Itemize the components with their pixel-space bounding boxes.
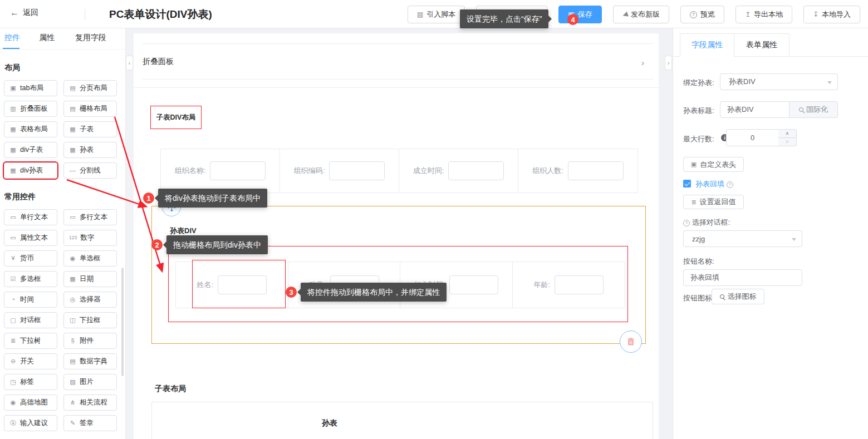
bind-grandtable-label: 绑定孙表: — [683, 78, 714, 88]
palette-item-pagination-layout[interactable]: ▤分页布局 — [63, 80, 117, 96]
org-code-input[interactable] — [329, 161, 385, 180]
set-return-value-label: 设置返回值 — [700, 197, 736, 207]
button-name-label: 按钮名称: — [683, 257, 714, 267]
form-field-cell: 成立时间: — [399, 149, 518, 193]
palette-item-grandtable[interactable]: ▦孙表 — [63, 142, 117, 158]
preview-icon: ? — [690, 11, 697, 18]
select-dialog-label: ? 选择对话框: — [683, 218, 730, 228]
i18n-button[interactable]: 国际化 — [789, 101, 838, 118]
table-layout-icon: ▦ — [9, 126, 17, 132]
palette-item-tag[interactable]: ◳标签 — [4, 374, 57, 390]
delete-button[interactable] — [620, 331, 642, 353]
preview-button[interactable]: ?预览 — [680, 6, 724, 23]
tab-attributes[interactable]: 属性 — [39, 33, 55, 43]
palette-item-input-suggest[interactable]: Ⓐ输入建议 — [4, 415, 57, 431]
palette-item-label: 多行文本 — [80, 213, 107, 222]
founded-time-input-label: 成立时间: — [413, 166, 444, 176]
palette-item-image[interactable]: ▨图片 — [63, 374, 117, 390]
save-button[interactable]: ▣保存 — [558, 6, 601, 23]
choose-icon-button[interactable]: 选择图标 — [712, 289, 764, 304]
button-name-input[interactable] — [683, 269, 802, 286]
join-time-input[interactable] — [449, 275, 498, 294]
palette-item-divider[interactable]: —分割线 — [63, 162, 117, 179]
back-arrow-icon: ← — [10, 8, 19, 18]
tooltip-text: 将div孙表拖动到子表布局中 — [165, 194, 261, 203]
palette-item-radio[interactable]: ◉单选框 — [63, 250, 117, 267]
help-icon: ? — [683, 220, 690, 226]
dropdown-icon: ◫ — [69, 317, 76, 323]
palette-item-tab-layout[interactable]: ▣tab布局 — [4, 80, 57, 96]
subtable-div-layout-label[interactable]: 子表DIV布局 — [150, 106, 202, 129]
multi-line-text-icon: ▭ — [69, 214, 76, 220]
form-field-cell: 组织人数: — [518, 149, 637, 193]
sidebar-collapse-handle[interactable]: ‹ — [126, 56, 133, 70]
name-input[interactable] — [218, 275, 267, 294]
palette-item-related-flow[interactable]: ⋔相关流程 — [63, 394, 117, 411]
palette-item-selector[interactable]: ◎选择器 — [63, 292, 117, 308]
palette-item-multi-line-text[interactable]: ▭多行文本 — [63, 209, 117, 225]
bind-grandtable-select[interactable]: 孙表DIV — [720, 73, 838, 90]
tab-form-properties[interactable]: 表单属性 — [734, 33, 789, 57]
palette-item-attr-text[interactable]: ▭属性文本 — [4, 230, 57, 246]
palette-item-data-dict[interactable]: ▤数据字典 — [63, 353, 117, 369]
org-name-input[interactable] — [210, 161, 266, 180]
save-button-label: 保存 — [578, 9, 592, 19]
subtable-layout-container[interactable] — [151, 402, 653, 439]
palette-item-dropdown-tree[interactable]: ≣下拉树 — [4, 333, 57, 349]
image-icon: ▨ — [69, 379, 76, 385]
palette-item-grid-layout[interactable]: ▤栅格布局 — [63, 101, 117, 117]
org-count-input[interactable] — [568, 161, 624, 180]
palette-item-dialog[interactable]: ▢对话框 — [4, 312, 57, 328]
palette-item-label: 分割线 — [80, 166, 101, 175]
palette-item-checkbox[interactable]: ☑多选框 — [4, 271, 57, 287]
export-local-button-label: 导出本地 — [754, 9, 783, 19]
grandtable-backfill-label[interactable]: 孙表回填 ? — [695, 179, 733, 189]
sidebar-scrollbar[interactable] — [121, 268, 124, 376]
chevron-right-icon[interactable]: › — [641, 58, 644, 67]
palette-item-single-line-text[interactable]: ▭单行文本 — [4, 209, 57, 225]
import-script-button[interactable]: ▤引入脚本 — [408, 6, 465, 23]
stepper-down-button[interactable]: ˅ — [778, 137, 796, 146]
palette-item-time[interactable]: ◔时间 — [4, 292, 57, 308]
palette-item-collapse-panel[interactable]: ▥折叠面板 — [4, 101, 57, 117]
palette-item-number[interactable]: 123数字 — [63, 230, 117, 246]
dropdown-tree-icon: ≣ — [9, 338, 17, 344]
tab-field-properties[interactable]: 字段属性 — [680, 33, 734, 57]
custom-header-button[interactable]: ▣ 自定义表头 — [683, 157, 744, 172]
grandtable-title-input[interactable] — [720, 101, 789, 118]
props-collapse-handle[interactable]: › — [665, 56, 672, 70]
set-return-value-button[interactable]: ≣ 设置返回值 — [683, 195, 744, 209]
stepper-up-button[interactable]: ˄ — [778, 130, 796, 137]
max-rows-input[interactable] — [726, 129, 779, 146]
number-icon: 123 — [69, 235, 77, 240]
palette-item-date[interactable]: ▦日期 — [63, 271, 117, 287]
palette-item-switch[interactable]: ⊖开关 — [4, 353, 57, 369]
grandtable-backfill-checkbox[interactable] — [683, 180, 691, 188]
import-icon: ↧ — [813, 11, 818, 18]
step-badge-4: 4 — [567, 14, 578, 25]
palette-item-currency[interactable]: ¥货币 — [4, 250, 57, 267]
form-field-cell: 组织编码: — [280, 149, 399, 193]
script-icon: ▤ — [417, 11, 423, 18]
palette-item-div-grandtable[interactable]: ▦div孙表 — [4, 162, 57, 179]
palette-item-table-layout[interactable]: ▦表格布局 — [4, 121, 57, 137]
select-dialog-select[interactable]: zzjg — [683, 230, 802, 247]
age-input[interactable] — [555, 275, 604, 294]
palette-item-label: 下拉树 — [20, 336, 41, 346]
import-local-button[interactable]: ↧本地导入 — [803, 6, 860, 23]
palette-item-label: 签章 — [80, 418, 94, 428]
palette-item-dropdown[interactable]: ◫下拉框 — [63, 312, 117, 328]
founded-time-input[interactable] — [448, 161, 504, 180]
publish-button[interactable]: ◀发布新版 — [613, 6, 669, 23]
export-local-button[interactable]: ↥导出本地 — [735, 6, 792, 23]
palette-item-label: div孙表 — [20, 166, 43, 175]
palette-item-label: 标签 — [20, 377, 34, 387]
palette-item-attachment[interactable]: §附件 — [63, 333, 117, 349]
palette-item-signature[interactable]: ✎签章 — [63, 415, 117, 431]
palette-item-subtable[interactable]: ▦子表 — [63, 121, 117, 137]
palette-item-amap[interactable]: ◉高德地图 — [4, 394, 57, 411]
back-button[interactable]: ← 返回 — [10, 8, 38, 18]
tab-reuse-fields[interactable]: 复用字段 — [75, 33, 106, 43]
tab-controls[interactable]: 控件 — [4, 33, 20, 43]
palette-item-div-subtable[interactable]: ▦div子表 — [4, 142, 57, 158]
